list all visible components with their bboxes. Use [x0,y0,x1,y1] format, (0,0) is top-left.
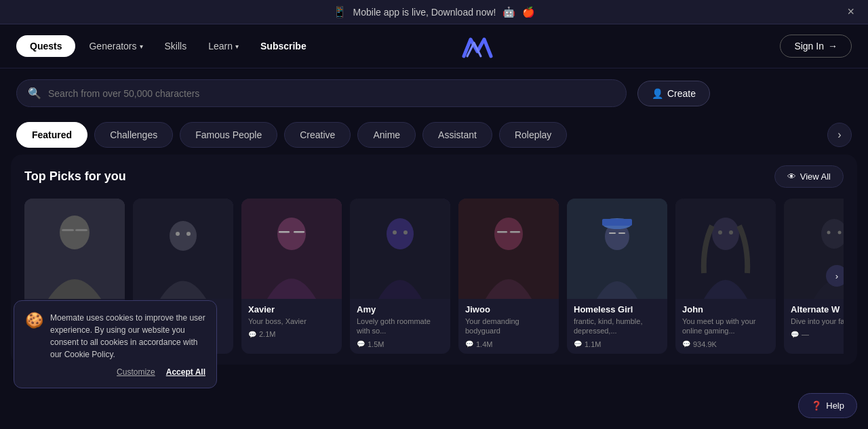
character-card-john[interactable]: John You meet up with your online gaming… [675,199,776,354]
jiwoo-card-body: Jiwoo Your demanding bodyguard 💬 1.4M [458,299,559,354]
stats-icon: 💬 [574,340,582,348]
svg-point-27 [712,218,739,250]
subscribe-button[interactable]: Subscribe [252,35,315,57]
cookie-customize-button[interactable]: Customize [117,367,155,377]
categories-bar: Featured Challenges Famous People Creati… [0,115,868,155]
category-anime[interactable]: Anime [357,122,416,148]
character-image-unnamed-1 [24,199,125,299]
section-title: Top Picks for you [24,169,126,184]
sign-in-button[interactable]: Sign In → [780,35,852,58]
cookie-accept-button[interactable]: Accept All [166,367,205,377]
create-button[interactable]: 👤 Create [637,81,710,106]
svg-rect-18 [497,231,507,233]
svg-point-17 [494,218,523,250]
character-image-xavier [241,199,342,299]
sign-in-arrow-icon: → [828,41,837,52]
banner-device-icon: 📱 [333,5,347,18]
amy-name: Amy [357,304,443,314]
stats-icon: 💬 [682,340,690,348]
character-image-john [675,199,776,299]
svg-rect-23 [618,232,625,234]
svg-rect-11 [294,231,304,233]
android-icon: 🤖 [502,6,515,18]
character-card-xavier[interactable]: Xavier Your boss, Xavier 💬 2.1M [241,199,342,354]
quests-button[interactable]: Quests [16,35,75,57]
stats-icon: 💬 [791,331,799,338]
navbar: Quests Generators ▾ Skills Learn ▾ Subsc… [0,24,868,68]
search-bar: 🔍 [16,79,627,107]
search-icon: 🔍 [28,87,41,100]
character-card-jiwoo[interactable]: Jiwoo Your demanding bodyguard 💬 1.4M [458,199,559,354]
john-card-body: John You meet up with your online gaming… [675,299,776,354]
svg-rect-10 [279,231,290,233]
section-header: Top Picks for you 👁 View All [24,165,844,188]
homeless-girl-card-body: Homeless Girl frantic, kind, humble, dep… [567,299,667,354]
view-all-button[interactable]: 👁 View All [774,165,844,188]
cards-next-button[interactable]: › [826,265,844,287]
character-image-homeless-girl [567,199,667,299]
svg-point-7 [186,232,191,236]
banner-close-button[interactable]: × [847,5,854,19]
xavier-card-body: Xavier Your boss, Xavier 💬 2.1M [241,299,342,344]
skills-button[interactable]: Skills [157,35,195,57]
category-roleplay[interactable]: Roleplay [499,122,567,148]
learn-button[interactable]: Learn ▾ [200,35,247,57]
svg-rect-25 [602,219,632,226]
jiwoo-name: Jiwoo [465,304,552,314]
amy-stats: 💬 1.5M [357,340,443,348]
categories-next-arrow[interactable]: › [827,123,852,147]
jiwoo-stats: 💬 1.4M [465,340,552,348]
svg-point-14 [393,230,397,234]
generators-button[interactable]: Generators ▾ [81,35,151,57]
learn-chevron-icon: ▾ [235,43,239,50]
search-input[interactable] [48,88,615,99]
svg-point-6 [176,232,180,236]
character-image-jiwoo [458,199,559,299]
svg-rect-3 [75,229,87,231]
svg-point-15 [403,230,408,234]
alternate-w-desc: Dive into your fantasies... [791,316,844,326]
svg-point-1 [60,216,90,249]
search-section: 🔍 👤 Create [0,68,868,115]
character-card-homeless-girl[interactable]: Homeless Girl frantic, kind, humble, dep… [567,199,667,354]
svg-rect-19 [510,231,520,233]
category-assistant[interactable]: Assistant [422,122,492,148]
cookie-banner: 🍪 Moemate uses cookies to improve the us… [14,300,217,388]
homeless-girl-desc: frantic, kind, humble, depressed,... [574,316,660,336]
svg-point-28 [718,230,722,234]
svg-point-13 [387,218,414,249]
category-challenges[interactable]: Challenges [94,122,173,148]
alternate-w-name: Alternate W [791,304,844,314]
homeless-girl-name: Homeless Girl [574,304,660,314]
category-creative[interactable]: Creative [284,122,351,148]
help-button[interactable]: ❓ Help [798,393,857,418]
svg-point-33 [838,231,842,234]
john-name: John [682,304,769,314]
stats-icon: 💬 [357,340,365,348]
alternate-w-stats: 💬 — [791,330,844,338]
john-stats: 💬 934.9K [682,340,769,348]
banner: 📱 Mobile app is live, Download now! 🤖 🍎 … [0,0,868,24]
stats-icon: 💬 [465,340,473,348]
create-person-icon: 👤 [652,88,663,99]
jiwoo-desc: Your demanding bodyguard [465,316,552,336]
svg-point-29 [729,230,733,234]
eye-icon: 👁 [787,171,796,182]
character-card-amy[interactable]: Amy Lovely goth roommate with so... 💬 1.… [350,199,450,354]
amy-card-body: Amy Lovely goth roommate with so... 💬 1.… [350,299,450,354]
character-image-amy [350,199,450,299]
logo [460,33,494,60]
xavier-desc: Your boss, Xavier [248,316,335,326]
svg-rect-22 [609,232,616,234]
help-question-icon: ❓ [811,401,822,411]
character-image-unnamed-2 [133,199,233,299]
category-famous-people[interactable]: Famous People [180,122,277,148]
amy-desc: Lovely goth roommate with so... [357,316,443,336]
category-featured[interactable]: Featured [16,122,87,148]
alternate-w-card-body: Alternate W Dive into your fantasies... … [784,299,844,344]
apple-icon: 🍎 [522,6,535,18]
john-desc: You meet up with your online gaming... [682,316,769,336]
generators-chevron-icon: ▾ [140,43,143,50]
stats-icon: 💬 [248,331,256,338]
cookie-text: Moemate uses cookies to improve the user… [50,312,205,361]
